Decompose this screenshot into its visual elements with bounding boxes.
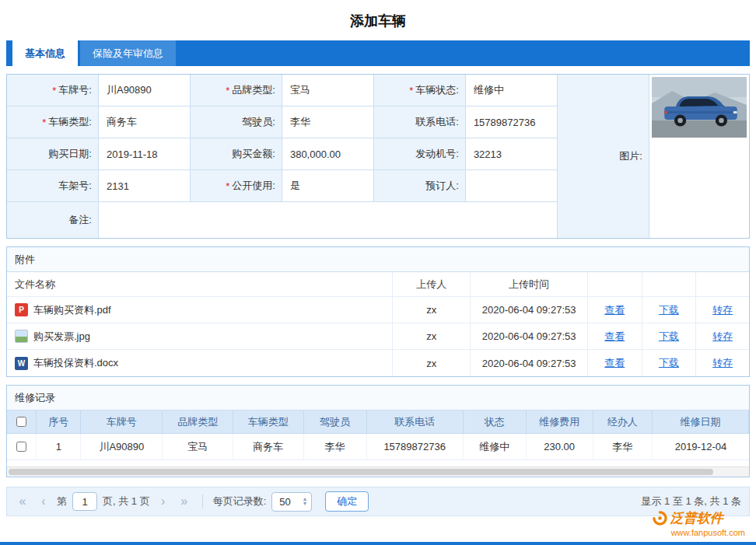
label-text: 车架号: xyxy=(58,179,92,193)
per-page-label: 每页记录数: xyxy=(213,494,267,508)
label-text: 发动机号: xyxy=(415,147,459,161)
field-label-brand-type: *品牌类型: xyxy=(191,75,282,107)
field-label-image: 图片: xyxy=(558,75,649,238)
select-all-checkbox[interactable] xyxy=(16,417,26,427)
download-link[interactable]: 下载 xyxy=(659,356,679,370)
file-name: 车辆投保资料.docx xyxy=(33,356,118,370)
required-star: * xyxy=(42,117,46,128)
view-link[interactable]: 查看 xyxy=(604,330,625,344)
tab-insurance-info[interactable]: 保险及年审信息 xyxy=(80,40,176,66)
status-cell: 维修中 xyxy=(464,434,527,460)
download-link[interactable]: 下载 xyxy=(659,303,679,317)
next-page-icon[interactable]: › xyxy=(156,493,171,510)
watermark-url: www.fanpusoft.com xyxy=(653,528,745,537)
maintenance-section: 维修记录 序号 车牌号 品牌类型 车辆类型 驾驶员 联系电话 状态 维修费用 经… xyxy=(6,385,750,477)
pdf-file-icon xyxy=(15,303,28,316)
field-label-purchase-amount: 购买金额: xyxy=(191,138,282,170)
view-link[interactable]: 查看 xyxy=(604,303,625,317)
label-text: 预订人: xyxy=(425,179,459,193)
plate-number-cell: 川A90890 xyxy=(81,434,163,460)
upload-time-cell: 2020-06-04 09:27:53 xyxy=(471,297,588,323)
confirm-button[interactable]: 确定 xyxy=(325,491,369,512)
select-all-cell xyxy=(7,410,37,434)
spinner-icon[interactable]: ▲▼ xyxy=(302,497,307,506)
column-file-name: 文件名称 xyxy=(7,272,393,297)
record-summary: 显示 1 至 1 条, 共 1 条 xyxy=(641,494,741,508)
label-text: 购买金额: xyxy=(232,147,275,161)
label-text: 车牌号: xyxy=(58,83,92,97)
basic-info-form: *车牌号: 川A90890 *品牌类型: 宝马 *车辆状态: 维修中 *车辆类型… xyxy=(6,74,750,239)
column-action-download xyxy=(642,272,697,297)
per-page-select[interactable]: 50 ▲▼ xyxy=(271,492,312,512)
field-value-purchase-date[interactable]: 2019-11-18 xyxy=(99,138,191,170)
vehicle-type-cell: 商务车 xyxy=(233,434,304,460)
field-value-engine-number[interactable]: 32213 xyxy=(466,138,558,170)
field-value-purchase-amount[interactable]: 380,000.00 xyxy=(282,138,374,170)
required-star: * xyxy=(226,85,229,96)
attachments-section: 附件 文件名称 上传人 上传时间 车辆购买资料.pdf zx 2020-06-0… xyxy=(6,246,750,377)
field-value-driver[interactable]: 李华 xyxy=(282,107,374,138)
attachment-row: 购买发票.jpg zx 2020-06-04 09:27:53 查看 下载 转存 xyxy=(7,323,749,350)
field-value-remark[interactable] xyxy=(99,202,558,238)
label-text: 驾驶员: xyxy=(242,115,275,129)
field-value-vehicle-status[interactable]: 维修中 xyxy=(466,75,558,107)
label-text: 品牌类型: xyxy=(232,83,275,97)
column-repair-cost: 维修费用 xyxy=(527,410,593,434)
field-value-reserver[interactable] xyxy=(466,170,558,202)
file-name: 车辆购买资料.pdf xyxy=(33,303,111,317)
maintenance-header-row: 序号 车牌号 品牌类型 车辆类型 驾驶员 联系电话 状态 维修费用 经办人 维修… xyxy=(7,410,749,434)
field-label-reserver: 预订人: xyxy=(374,170,466,202)
field-value-plate-number[interactable]: 川A90890 xyxy=(99,75,191,107)
label-text: 备注: xyxy=(68,213,92,227)
download-link[interactable]: 下载 xyxy=(659,330,679,344)
maintenance-row: 1 川A90890 宝马 商务车 李华 15789872736 维修中 230.… xyxy=(7,434,749,460)
fanpu-logo-icon xyxy=(653,511,667,526)
required-star: * xyxy=(409,85,413,96)
handler-cell: 李华 xyxy=(593,434,653,460)
uploader-cell: zx xyxy=(393,350,471,376)
required-star: * xyxy=(226,180,229,192)
field-value-contact-phone[interactable]: 15789872736 xyxy=(466,107,558,138)
vehicle-image-cell[interactable] xyxy=(649,75,749,238)
transfer-link[interactable]: 转存 xyxy=(712,356,733,370)
page-root: 添加车辆 基本信息 保险及年审信息 *车牌号: 川A90890 *品牌类型: 宝… xyxy=(0,0,756,516)
page-label-prefix: 第 xyxy=(57,494,67,508)
attachments-title: 附件 xyxy=(7,247,749,272)
watermark-brand: 泛普软件 xyxy=(670,509,723,527)
field-value-frame-number[interactable]: 2131 xyxy=(99,170,191,202)
upload-time-cell: 2020-06-04 09:27:53 xyxy=(471,323,588,350)
file-name-cell: 购买发票.jpg xyxy=(7,323,393,350)
transfer-link[interactable]: 转存 xyxy=(712,303,733,317)
file-name: 购买发票.jpg xyxy=(33,330,90,344)
prev-page-icon[interactable]: ‹ xyxy=(36,493,51,510)
last-page-icon[interactable]: » xyxy=(177,493,192,510)
repair-cost-cell: 230.00 xyxy=(527,434,593,460)
row-checkbox[interactable] xyxy=(16,442,26,452)
column-repair-date: 维修日期 xyxy=(653,410,749,434)
field-value-brand-type[interactable]: 宝马 xyxy=(282,75,374,107)
image-area: 图片: xyxy=(558,75,749,238)
field-label-purchase-date: 购买日期: xyxy=(7,138,99,170)
label-text: 购买日期: xyxy=(48,147,92,161)
divider xyxy=(202,494,203,508)
page-number-input[interactable] xyxy=(72,492,97,511)
brand-type-cell: 宝马 xyxy=(163,434,233,460)
word-file-icon xyxy=(15,357,28,370)
maintenance-title: 维修记录 xyxy=(7,386,749,410)
scrollbar-thumb[interactable] xyxy=(9,469,713,475)
field-label-remark: 备注: xyxy=(7,202,99,238)
vehicle-photo xyxy=(652,77,747,138)
form-grid: *车牌号: 川A90890 *品牌类型: 宝马 *车辆状态: 维修中 *车辆类型… xyxy=(7,75,558,238)
field-value-public-use[interactable]: 是 xyxy=(282,170,374,202)
attachments-header-row: 文件名称 上传人 上传时间 xyxy=(7,272,749,297)
first-page-icon[interactable]: « xyxy=(15,493,30,510)
transfer-link[interactable]: 转存 xyxy=(712,330,733,344)
field-value-vehicle-type[interactable]: 商务车 xyxy=(99,107,191,138)
horizontal-scrollbar[interactable] xyxy=(7,466,749,477)
field-label-plate-number: *车牌号: xyxy=(7,75,99,107)
view-link[interactable]: 查看 xyxy=(604,356,625,370)
column-vehicle-type: 车辆类型 xyxy=(233,410,304,434)
column-plate-number: 车牌号 xyxy=(81,410,163,434)
tab-basic-info[interactable]: 基本信息 xyxy=(12,40,78,66)
label-text: 车辆类型: xyxy=(48,115,92,129)
